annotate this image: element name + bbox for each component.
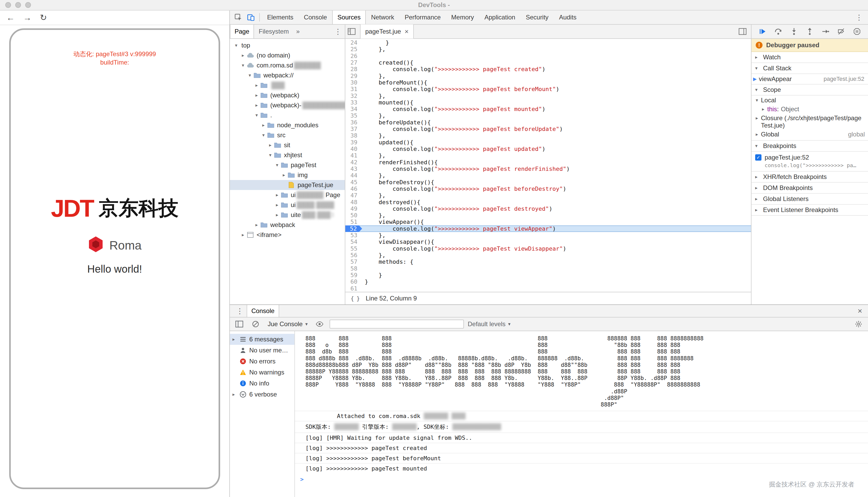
code-line-55[interactable]: 55 console.log(">>>>>>>>>>>> pageTest vi…: [345, 245, 751, 252]
line-number[interactable]: 55: [345, 245, 362, 252]
code-line-53[interactable]: 53 },: [345, 232, 751, 239]
back-icon[interactable]: ←: [6, 13, 15, 23]
code-line-47[interactable]: 47 },: [345, 192, 751, 199]
tab-application[interactable]: Application: [479, 11, 520, 24]
line-number[interactable]: 51: [345, 218, 362, 225]
clear-console-icon[interactable]: [249, 318, 262, 330]
section-call-stack[interactable]: ▾ Call Stack: [752, 63, 868, 74]
tree-item-node-modules[interactable]: ▸node_modules: [230, 120, 345, 130]
line-number[interactable]: 60: [345, 279, 362, 285]
section-xhr-breakpoints[interactable]: ▸ XHR/fetch Breakpoints: [752, 172, 868, 183]
devtools-menu-icon[interactable]: ⋮: [852, 13, 866, 22]
tab-audits[interactable]: Audits: [554, 11, 582, 24]
more-tabs-icon[interactable]: »: [294, 28, 302, 35]
code-line-34[interactable]: 34 console.log(">>>>>>>>>>>> pageTest mo…: [345, 106, 751, 112]
scope-local[interactable]: ▾ Local: [752, 96, 868, 104]
inspect-icon[interactable]: [232, 11, 244, 24]
console-sidebar-item-no-user-me[interactable]: No user me…: [230, 345, 295, 356]
code-line-49[interactable]: 49 console.log(">>>>>>>>>>>> pageTest de…: [345, 205, 751, 212]
line-number[interactable]: 52: [345, 225, 362, 232]
code-line-51[interactable]: 51 viewAppear(){: [345, 218, 751, 225]
tree-item-webpack[interactable]: ▾webpack://: [230, 70, 345, 80]
code-line-60[interactable]: 60}: [345, 279, 751, 285]
section-watch[interactable]: ▸ Watch: [752, 52, 868, 63]
tab-console[interactable]: Console: [299, 11, 332, 24]
scope-closure[interactable]: ▸ Closure (./src/xhjtest/pageTest/pageTe…: [752, 113, 868, 130]
console-menu-icon[interactable]: ⋮: [233, 307, 247, 315]
line-number[interactable]: 24: [345, 39, 362, 46]
scope-global[interactable]: ▸ Global global: [752, 130, 868, 139]
code-line-59[interactable]: 59 }: [345, 272, 751, 279]
code-line-50[interactable]: 50 },: [345, 212, 751, 218]
code-line-32[interactable]: 32 },: [345, 93, 751, 99]
line-number[interactable]: 34: [345, 106, 362, 112]
console-sidebar-item-no-errors[interactable]: No errors: [230, 356, 295, 367]
line-number[interactable]: 28: [345, 66, 362, 72]
tree-item-no-domain[interactable]: ▸(no domain): [230, 51, 345, 60]
code-line-54[interactable]: 54 viewDisappear(){: [345, 239, 751, 245]
collapse-debugger-icon[interactable]: [736, 25, 749, 38]
code-line-38[interactable]: 38 },: [345, 132, 751, 139]
tab-filesystem[interactable]: Filesystem: [254, 25, 294, 38]
tree-item-com-roma-sd[interactable]: ▾com.roma.sd██████: [230, 60, 345, 70]
code-line-45[interactable]: 45 beforeDestroy(){: [345, 179, 751, 186]
console-sidebar-toggle-icon[interactable]: [233, 318, 246, 330]
tree-item-ui[interactable]: ▸ui████ ████: [230, 200, 345, 210]
code-line-28[interactable]: 28 console.log(">>>>>>>>>>>> pageTest cr…: [345, 66, 751, 72]
tree-item-webpack[interactable]: ▸(webpack): [230, 90, 345, 100]
breakpoint-entry[interactable]: ✓ pageTest.jue:52 console.log(">>>>>>>>>…: [752, 152, 868, 172]
line-number[interactable]: 45: [345, 179, 362, 186]
code-line-52[interactable]: 52 console.log(">>>>>>>>>>>> pageTest vi…: [345, 225, 751, 232]
tab-sources[interactable]: Sources: [332, 11, 366, 24]
line-number[interactable]: 35: [345, 112, 362, 119]
step-into-icon[interactable]: [788, 25, 800, 38]
console-sidebar-item-no-warnings[interactable]: No warnings: [230, 367, 295, 378]
tree-item-top[interactable]: ▾top: [230, 40, 345, 51]
tree-item-pagetest-jue[interactable]: pageTest.jue: [230, 180, 345, 190]
code-line-42[interactable]: 42 renderFinished(){: [345, 159, 751, 166]
log-levels-selector[interactable]: Default levels ▾: [468, 321, 510, 328]
console-sidebar-item-6-verbose[interactable]: ▸6 verbose: [230, 389, 295, 400]
code-line-56[interactable]: 56 },: [345, 252, 751, 258]
navigator-toggle-icon[interactable]: [345, 25, 358, 38]
section-global-listeners[interactable]: ▸ Global Listeners: [752, 194, 868, 205]
line-number[interactable]: 50: [345, 212, 362, 218]
line-number[interactable]: 38: [345, 132, 362, 139]
tab-elements[interactable]: Elements: [262, 11, 299, 24]
line-number[interactable]: 33: [345, 99, 362, 106]
line-number[interactable]: 48: [345, 199, 362, 205]
code-line-26[interactable]: 26: [345, 53, 751, 59]
tree-item-pagetest[interactable]: ▾pageTest: [230, 160, 345, 170]
line-number[interactable]: 54: [345, 239, 362, 245]
pause-on-exceptions-icon[interactable]: [851, 25, 863, 38]
code-area[interactable]: 24 }25 },2627 created(){28 console.log("…: [345, 39, 751, 292]
code-line-48[interactable]: 48 destroyed(){: [345, 199, 751, 205]
tree-item-item[interactable]: ▾.: [230, 110, 345, 120]
tree-item-sit[interactable]: ▸sit: [230, 140, 345, 150]
close-icon[interactable]: ×: [404, 28, 409, 36]
code-line-40[interactable]: 40 console.log(">>>>>>>>>>>> pageTest up…: [345, 146, 751, 152]
console-context-selector[interactable]: Jue Console ▾: [266, 321, 310, 328]
tab-page[interactable]: Page: [230, 25, 254, 38]
console-settings-icon[interactable]: [852, 318, 865, 330]
line-number[interactable]: 29: [345, 73, 362, 79]
step-icon[interactable]: [819, 25, 832, 38]
device-toolbar-icon[interactable]: [244, 11, 257, 24]
line-number[interactable]: 57: [345, 258, 362, 265]
close-console-icon[interactable]: ×: [855, 307, 865, 315]
tree-item-ui[interactable]: ▸ui██████Page: [230, 190, 345, 200]
tree-item-webpack[interactable]: ▸webpack: [230, 220, 345, 230]
deactivate-breakpoints-icon[interactable]: [835, 25, 848, 38]
code-line-41[interactable]: 41 },: [345, 152, 751, 159]
line-number[interactable]: 31: [345, 86, 362, 93]
code-line-31[interactable]: 31 console.log(">>>>>>>>>>>> pageTest be…: [345, 86, 751, 93]
line-number[interactable]: 49: [345, 205, 362, 212]
code-line-61[interactable]: 61: [345, 285, 751, 292]
resume-script-icon[interactable]: [756, 25, 769, 38]
line-number[interactable]: 39: [345, 139, 362, 146]
line-number[interactable]: 47: [345, 192, 362, 199]
line-number[interactable]: 27: [345, 59, 362, 66]
console-sidebar-item-no-info[interactable]: No info: [230, 378, 295, 389]
code-line-39[interactable]: 39 updated(){: [345, 139, 751, 146]
navigator-menu-icon[interactable]: ⋮: [331, 27, 345, 36]
